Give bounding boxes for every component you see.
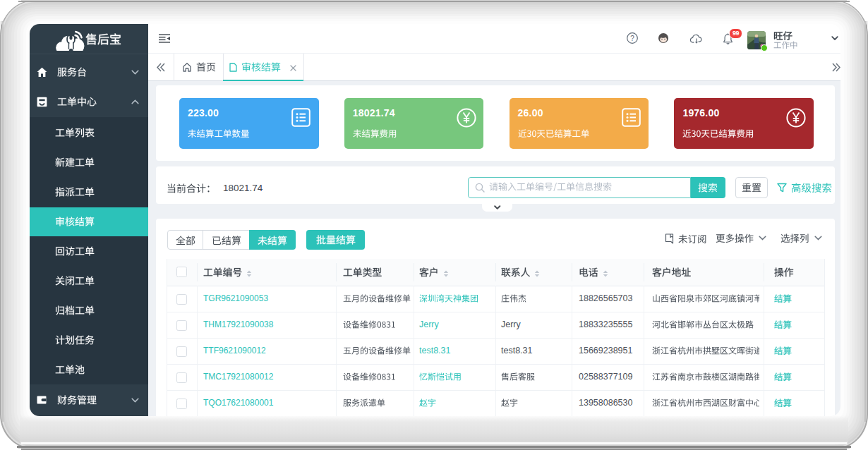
- svg-text:?: ?: [630, 35, 634, 42]
